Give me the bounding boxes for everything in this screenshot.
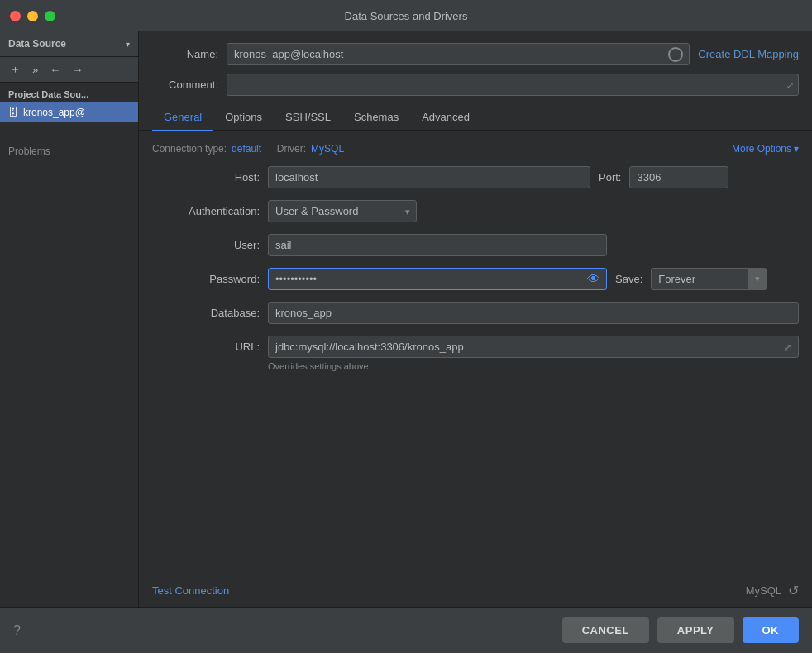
host-label: Host: xyxy=(152,171,260,184)
footer: ? CANCEL APPLY OK xyxy=(0,607,812,653)
sidebar-toolbar: ＋ » ← → xyxy=(0,57,138,83)
conn-type-row: Connection type: default Driver: MySQL M… xyxy=(152,143,799,155)
url-label: URL: xyxy=(152,341,260,353)
sidebar-item-kronos[interactable]: 🗄 kronos_app@ xyxy=(0,102,138,122)
database-label: Database: xyxy=(152,307,260,319)
main-layout: Data Source ▾ ＋ » ← → Project Data Sou..… xyxy=(0,31,812,607)
conn-type-label: Connection type: xyxy=(152,143,227,155)
form-area: Connection type: default Driver: MySQL M… xyxy=(139,131,812,574)
auth-select-wrap: User & Password No auth LDAP Kerberos xyxy=(268,200,417,222)
conn-type-left: Connection type: default Driver: MySQL xyxy=(152,143,344,155)
sidebar-problems-label: Problems xyxy=(0,139,138,164)
driver-label: Driver: xyxy=(277,143,306,155)
driver-value[interactable]: MySQL xyxy=(311,143,344,155)
ok-button[interactable]: OK xyxy=(743,617,800,643)
database-input[interactable] xyxy=(268,302,799,324)
sidebar-header-title: Data Source xyxy=(8,38,121,50)
database-row: Database: xyxy=(152,302,799,324)
chevron-down-icon: ▾ xyxy=(794,143,799,155)
port-input[interactable] xyxy=(629,166,728,188)
apply-button[interactable]: APPLY xyxy=(657,617,734,643)
auth-select[interactable]: User & Password No auth LDAP Kerberos xyxy=(268,200,417,222)
tab-advanced[interactable]: Advanced xyxy=(410,104,481,131)
help-icon[interactable]: ? xyxy=(13,623,21,637)
bottom-driver-label: MySQL xyxy=(746,584,781,597)
name-label: Name: xyxy=(152,48,218,60)
add-datasource-button[interactable]: ＋ xyxy=(7,60,24,79)
close-button[interactable] xyxy=(10,11,21,21)
title-bar: Data Sources and Drivers xyxy=(0,0,812,31)
nav-next-button[interactable]: → xyxy=(69,62,86,78)
auth-label: Authentication: xyxy=(152,205,260,217)
name-status-circle xyxy=(668,47,683,62)
comment-label: Comment: xyxy=(152,79,218,91)
tab-general[interactable]: General xyxy=(152,104,213,131)
sidebar-item-label: kronos_app@ xyxy=(23,107,85,118)
nav-forward-button[interactable]: » xyxy=(29,62,41,78)
save-select-wrap: Forever For session Never xyxy=(651,268,767,290)
port-label: Port: xyxy=(599,171,621,184)
tabs-row: General Options SSH/SSL Schemas Advanced xyxy=(139,104,812,131)
reset-button[interactable]: ↺ xyxy=(788,583,799,598)
tab-options[interactable]: Options xyxy=(213,104,274,131)
more-options-button[interactable]: More Options ▾ xyxy=(732,143,799,155)
password-row: Password: 👁 Save: Forever For session Ne… xyxy=(152,268,799,290)
maximize-button[interactable] xyxy=(45,11,55,21)
create-ddl-button[interactable]: Create DDL Mapping xyxy=(698,48,799,60)
name-input[interactable] xyxy=(227,43,690,65)
sidebar-dropdown-icon[interactable]: ▾ xyxy=(126,40,130,49)
comment-input[interactable] xyxy=(227,74,799,96)
sidebar-header: Data Source ▾ xyxy=(0,31,138,57)
bottom-bar-right: MySQL ↺ xyxy=(746,583,799,598)
cancel-button[interactable]: CANCEL xyxy=(562,617,649,643)
nav-back-button[interactable]: ← xyxy=(46,62,64,78)
host-port-row: Host: Port: xyxy=(152,166,799,188)
user-row: User: xyxy=(152,234,799,256)
url-hint: Overrides settings above xyxy=(268,361,369,371)
window-title: Data Sources and Drivers xyxy=(345,10,468,22)
comment-row: Comment: ⤢ xyxy=(139,74,812,104)
minimize-button[interactable] xyxy=(27,11,38,21)
url-input[interactable] xyxy=(268,336,799,358)
sidebar: Data Source ▾ ＋ » ← → Project Data Sou..… xyxy=(0,31,139,607)
footer-left: ? xyxy=(13,623,554,638)
content-area: Name: Create DDL Mapping Comment: ⤢ Gene… xyxy=(139,31,812,607)
auth-row: Authentication: User & Password No auth … xyxy=(152,200,799,222)
name-input-wrap xyxy=(227,43,690,65)
user-input[interactable] xyxy=(268,234,607,256)
url-row-inner: URL: ⤢ xyxy=(152,336,799,358)
password-input[interactable] xyxy=(268,268,607,290)
comment-input-wrap: ⤢ xyxy=(227,74,799,96)
name-row: Name: Create DDL Mapping xyxy=(139,31,812,74)
conn-type-value[interactable]: default xyxy=(232,143,261,155)
url-row: URL: ⤢ Overrides settings above xyxy=(152,336,799,371)
user-label: User: xyxy=(152,239,260,251)
save-label: Save: xyxy=(615,273,642,285)
tab-ssh-ssl[interactable]: SSH/SSL xyxy=(274,104,342,131)
window-controls[interactable] xyxy=(10,11,55,21)
toggle-password-icon[interactable]: 👁 xyxy=(587,272,600,287)
password-label: Password: xyxy=(152,273,260,285)
expand-icon[interactable]: ⤢ xyxy=(786,80,794,91)
password-input-wrap: 👁 xyxy=(268,268,607,290)
database-icon: 🗄 xyxy=(8,107,18,118)
tab-schemas[interactable]: Schemas xyxy=(342,104,410,131)
test-connection-button[interactable]: Test Connection xyxy=(152,584,229,597)
save-select[interactable]: Forever For session Never xyxy=(651,268,767,290)
url-expand-icon[interactable]: ⤢ xyxy=(783,341,792,353)
host-input[interactable] xyxy=(268,166,590,188)
bottom-bar: Test Connection MySQL ↺ xyxy=(139,574,812,607)
sidebar-section-label: Project Data Sou... xyxy=(0,83,138,102)
